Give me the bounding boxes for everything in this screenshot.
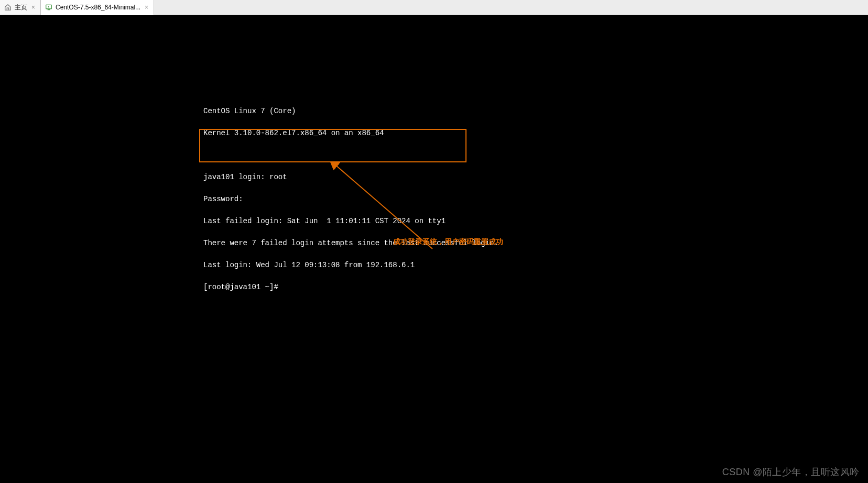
term-line-prompt: [root@java101 ~]#: [203, 283, 498, 291]
term-line: Last login: Wed Jul 12 09:13:08 from 192…: [203, 261, 498, 269]
watermark-text: CSDN @陌上少年，且听这风吟: [722, 466, 860, 478]
home-icon: [4, 4, 12, 11]
tab-vm[interactable]: CentOS-7.5-x86_64-Minimal... ×: [41, 0, 154, 15]
close-icon[interactable]: ×: [144, 4, 149, 11]
term-line: Kernel 3.10.0-862.el7.x86_64 on an x86_6…: [203, 129, 498, 137]
term-blank: [203, 151, 498, 159]
close-icon[interactable]: ×: [30, 4, 36, 11]
term-line: Last failed login: Sat Jun 1 11:01:11 CS…: [203, 217, 498, 225]
term-line-password: Password:: [203, 195, 498, 203]
term-line: CentOS Linux 7 (Core): [203, 107, 498, 115]
vm-icon: [45, 4, 52, 11]
term-line-login: java101 login: root: [203, 173, 498, 181]
terminal-console[interactable]: CentOS Linux 7 (Core) Kernel 3.10.0-862.…: [0, 15, 868, 483]
terminal-output: CentOS Linux 7 (Core) Kernel 3.10.0-862.…: [203, 93, 498, 305]
tab-home[interactable]: 主页 ×: [0, 0, 41, 15]
tab-label-vm: CentOS-7.5-x86_64-Minimal...: [56, 4, 140, 11]
tab-bar: 主页 × CentOS-7.5-x86_64-Minimal... ×: [0, 0, 868, 15]
tab-label-home: 主页: [15, 3, 27, 12]
annotation-text: 成功登录系统，用户密码重置成功: [393, 237, 503, 247]
